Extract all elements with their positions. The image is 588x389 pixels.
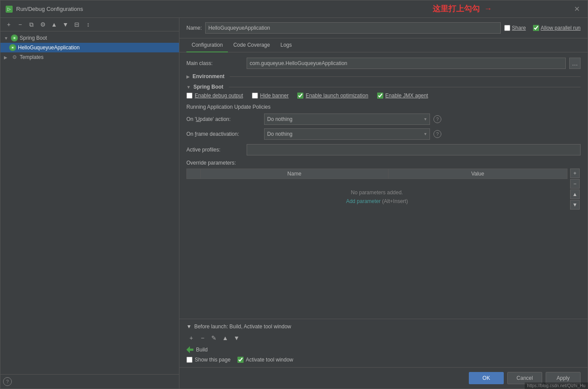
show-page-row: Show this page Activate tool window [186, 357, 581, 363]
close-button[interactable]: ✕ [571, 4, 582, 14]
on-update-label: On 'Update' action: [186, 116, 261, 122]
tab-configuration[interactable]: Configuration [186, 38, 228, 52]
table-col-value: Value [388, 169, 567, 179]
on-update-select-wrapper: Do nothing [264, 114, 430, 125]
springboot-section-header[interactable]: ▼ Spring Boot [186, 84, 581, 90]
name-input[interactable] [205, 22, 500, 34]
before-launch-down-button[interactable]: ▼ [232, 333, 241, 343]
config-content: Main class: … ▶ Environment ▼ Spring Boo… [179, 52, 588, 319]
before-launch-header[interactable]: ▼ Before launch: Build, Activate tool wi… [186, 324, 581, 330]
ok-button[interactable]: OK [469, 372, 504, 384]
hide-banner-checkbox-group: Hide banner [252, 93, 289, 99]
springboot-divider [229, 87, 581, 87]
debug-output-label[interactable]: Enable debug output [195, 93, 243, 99]
tabs-bar: Configuration Code Coverage Logs [179, 38, 588, 52]
on-frame-help-button[interactable]: ? [433, 130, 441, 138]
environment-label: Environment [193, 73, 224, 79]
allow-parallel-label[interactable]: Allow parallel run [541, 25, 581, 31]
springboot-section-label: Spring Boot [193, 84, 224, 90]
name-label: Name: [186, 25, 202, 31]
on-frame-label: On frame deactivation: [186, 131, 261, 137]
params-table: Name Value [186, 169, 567, 179]
copy-config-button[interactable]: ⧉ [27, 20, 36, 29]
sort-button[interactable]: ↕ [83, 20, 93, 29]
before-launch-label: Before launch: Build, Activate tool wind… [194, 324, 291, 330]
before-launch-edit-button[interactable]: ✎ [209, 333, 219, 343]
window-title: Run/Debug Configurations [16, 6, 83, 12]
params-add-button[interactable]: + [570, 169, 580, 178]
table-col-check [187, 169, 201, 179]
springboot-arrow: ▼ [186, 85, 191, 90]
filter-button[interactable]: ⊟ [72, 20, 82, 29]
show-page-label[interactable]: Show this page [195, 357, 230, 363]
active-profiles-input[interactable] [247, 144, 581, 155]
settings-button[interactable]: ⚙ [38, 20, 48, 29]
tab-code-coverage[interactable]: Code Coverage [228, 38, 275, 52]
activate-tool-label[interactable]: Activate tool window [246, 357, 293, 363]
main-class-browse-button[interactable]: … [569, 58, 581, 69]
params-table-container: Name Value No parameters added. Add para… [186, 169, 567, 224]
main-class-label: Main class: [186, 60, 243, 66]
allow-parallel-checkbox[interactable] [533, 25, 539, 31]
add-param-button[interactable]: Add parameter [346, 198, 381, 204]
running-policies-label: Running Application Update Policies [186, 104, 581, 110]
before-launch-remove-button[interactable]: − [198, 333, 207, 343]
on-update-select[interactable]: Do nothing [264, 114, 430, 125]
environment-section[interactable]: ▶ Environment [186, 73, 581, 79]
override-params-label: Override parameters: [186, 160, 581, 166]
hide-banner-checkbox[interactable] [252, 93, 258, 99]
tree-templates-item[interactable]: ▶ ⚙ Templates [0, 52, 179, 62]
params-up-button[interactable]: ▲ [570, 189, 580, 199]
main-content: + − ⧉ ⚙ ▲ ▼ ⊟ ↕ ▼ [0, 18, 588, 389]
jmx-checkbox[interactable] [377, 93, 383, 99]
build-icon [186, 346, 193, 353]
left-panel: + − ⧉ ⚙ ▲ ▼ ⊟ ↕ ▼ [0, 18, 179, 389]
templates-label: Templates [20, 54, 44, 60]
share-label[interactable]: Share [512, 25, 526, 31]
on-update-row: On 'Update' action: Do nothing ? [186, 114, 581, 125]
move-down-button[interactable]: ▼ [61, 20, 70, 29]
name-row: Name: Share Allow parallel run [179, 18, 588, 38]
override-params-section: Override parameters: Name Value [186, 160, 581, 224]
hide-banner-label[interactable]: Hide banner [260, 93, 289, 99]
app-item-label: HelloGuqueyueApplication [18, 45, 79, 51]
build-label: Build [196, 347, 208, 353]
add-param-hint: (Alt+Insert) [382, 198, 408, 204]
help-button[interactable]: ? [3, 377, 12, 386]
tree-app-item[interactable]: HelloGuqueyueApplication [0, 43, 179, 52]
before-launch-add-button[interactable]: + [186, 333, 196, 343]
on-update-help-button[interactable]: ? [433, 115, 441, 123]
title-bar: ▷ Run/Debug Configurations ✕ [0, 0, 588, 18]
params-table-body: No parameters added. Add parameter (Alt+… [186, 181, 567, 224]
jmx-label[interactable]: Enable JMX agent [385, 93, 428, 99]
on-frame-row: On frame deactivation: Do nothing ? [186, 128, 581, 140]
tree-springboot-group[interactable]: ▼ Spring Boot [0, 33, 179, 43]
share-checkbox[interactable] [504, 25, 510, 31]
launch-opt-checkbox[interactable] [297, 93, 303, 99]
before-launch-section: ▼ Before launch: Build, Activate tool wi… [179, 319, 588, 367]
on-frame-select[interactable]: Do nothing [264, 128, 430, 140]
before-launch-up-button[interactable]: ▲ [220, 333, 230, 343]
params-remove-button[interactable]: − [570, 179, 580, 189]
tree-area: ▼ Spring Boot [0, 31, 179, 374]
springboot-icon [11, 34, 18, 41]
run-debug-icon: ▷ [6, 6, 13, 13]
active-profiles-row: Active profiles: [186, 144, 581, 155]
main-class-input[interactable] [247, 58, 566, 69]
move-up-button[interactable]: ▲ [49, 20, 59, 29]
templates-icon: ⚙ [11, 54, 18, 61]
remove-config-button[interactable]: − [15, 20, 25, 29]
share-checkbox-group: Share [504, 25, 526, 31]
before-launch-toolbar: + − ✎ ▲ ▼ [186, 333, 581, 343]
activate-tool-checkbox[interactable] [237, 357, 244, 363]
add-config-button[interactable]: + [4, 20, 14, 29]
params-down-button[interactable]: ▼ [570, 200, 580, 210]
dialog: ▷ Run/Debug Configurations ✕ + − ⧉ ⚙ ▲ ▼… [0, 0, 588, 389]
tab-logs[interactable]: Logs [275, 38, 297, 52]
on-frame-select-wrapper: Do nothing [264, 128, 430, 140]
main-class-row: Main class: … [186, 58, 581, 69]
show-page-checkbox[interactable] [186, 357, 193, 363]
launch-opt-label[interactable]: Enable launch optimization [306, 93, 368, 99]
allow-parallel-group: Allow parallel run [533, 25, 581, 31]
debug-output-checkbox[interactable] [186, 93, 193, 99]
